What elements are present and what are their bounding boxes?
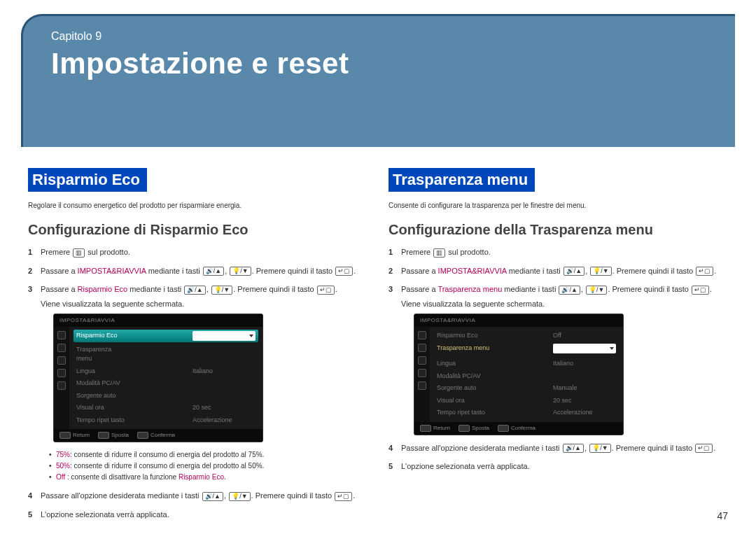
vol-down-key-icon: 💡/▼ bbox=[211, 286, 232, 295]
osd-icon-strip bbox=[414, 327, 430, 422]
osd-icon-strip bbox=[54, 327, 69, 429]
osd-screenshot-eco: IMPOSTA&RIAVVIA Rispar bbox=[53, 314, 263, 442]
content-columns: Risparmio Eco Regolare il consumo energe… bbox=[0, 147, 756, 527]
enter-key-icon: ↵▢ bbox=[692, 286, 709, 295]
page-number: 47 bbox=[717, 510, 728, 521]
osd-row-selected: Trasparenza menu bbox=[434, 342, 619, 358]
osd-row: Visual ora20 sec bbox=[434, 395, 619, 407]
chapter-header: Capitolo 9 Impostazione e reset bbox=[21, 14, 735, 147]
enter-key-icon: ↵▢ bbox=[696, 267, 713, 276]
osd-row: LinguaItaliano bbox=[434, 358, 619, 370]
vol-down-key-icon: 💡/▼ bbox=[229, 492, 250, 501]
vol-up-key-icon: 🔊/▲ bbox=[563, 444, 584, 453]
vol-down-key-icon: 💡/▼ bbox=[230, 267, 251, 276]
step-5: L'opzione selezionata verrà applicata. bbox=[388, 461, 728, 472]
osd-move-icon bbox=[98, 432, 109, 439]
option-bullets: 75%: consente di ridurre il consumo di e… bbox=[49, 449, 368, 483]
step-1: Premere ▥ sul prodotto. bbox=[388, 246, 728, 258]
link-imposta: IMPOSTA&RIAVVIA bbox=[438, 267, 507, 275]
osd-row: Modalità PC/AV bbox=[434, 370, 619, 383]
section-title-trasparenza: Trasparenza menu bbox=[388, 168, 535, 192]
bullet-off: Off : consente di disattivare la funzion… bbox=[49, 472, 368, 483]
column-left: Risparmio Eco Regolare il consumo energe… bbox=[28, 168, 368, 527]
section-title-eco: Risparmio Eco bbox=[28, 168, 147, 192]
step-5: L'opzione selezionata verrà applicata. bbox=[28, 509, 368, 521]
osd-return-icon bbox=[59, 432, 71, 439]
osd-row: Sorgente autoManuale bbox=[434, 382, 619, 395]
section-desc-eco: Regolare il consumo energetico del prodo… bbox=[28, 202, 368, 209]
vol-down-key-icon: 💡/▼ bbox=[589, 444, 610, 453]
osd-side-icon bbox=[418, 331, 426, 339]
vol-down-key-icon: 💡/▼ bbox=[586, 286, 607, 295]
osd-title: IMPOSTA&RIAVVIA bbox=[414, 314, 623, 327]
step-3: Passare a Trasparenza menu mediante i ta… bbox=[388, 283, 728, 435]
vol-up-key-icon: 🔊/▲ bbox=[184, 286, 205, 295]
osd-confirm-icon bbox=[498, 425, 509, 432]
osd-side-icon bbox=[57, 356, 66, 365]
subsection-title-trasparenza: Configurazione della Trasparenza menu bbox=[388, 222, 728, 238]
osd-row-selected: Risparmio Eco bbox=[74, 330, 258, 342]
vol-up-key-icon: 🔊/▲ bbox=[564, 267, 584, 276]
osd-side-icon bbox=[57, 344, 66, 352]
enter-key-icon: ↵▢ bbox=[335, 492, 352, 501]
osd-title: IMPOSTA&RIAVVIA bbox=[54, 314, 262, 327]
enter-key-icon: ↵▢ bbox=[317, 286, 335, 295]
osd-return-icon bbox=[420, 425, 431, 432]
osd-side-icon bbox=[57, 369, 66, 377]
bullet-50: 50%: consente di ridurre il consumo di e… bbox=[49, 461, 368, 472]
osd-row: Risparmio EcoOff bbox=[434, 330, 619, 342]
menu-key-icon: ▥ bbox=[73, 248, 85, 258]
osd-footer: Return Sposta Conferma bbox=[414, 422, 623, 435]
link-trasparenza: Trasparenza menu bbox=[438, 285, 502, 293]
osd-row: Tempo ripet tastoAccelerazione bbox=[74, 414, 258, 427]
step-3: Passare a Risparmio Eco mediante i tasti… bbox=[28, 283, 368, 483]
osd-side-icon bbox=[57, 381, 66, 390]
osd-confirm-icon bbox=[137, 432, 148, 439]
osd-screenshot-trasparenza: IMPOSTA&RIAVVIA Risparmio EcoOff bbox=[414, 314, 624, 435]
menu-key-icon: ▥ bbox=[433, 248, 445, 258]
osd-footer: Return Sposta Conferma bbox=[54, 429, 262, 442]
chapter-label: Capitolo 9 bbox=[51, 30, 714, 43]
osd-row: Modalità PC/AV bbox=[74, 377, 258, 390]
steps-eco: Premere ▥ sul prodotto. Passare a IMPOST… bbox=[28, 246, 368, 520]
osd-row: Sorgente auto bbox=[74, 390, 258, 402]
column-right: Trasparenza menu Consente di configurare… bbox=[388, 168, 728, 527]
osd-row: LinguaItaliano bbox=[74, 365, 258, 378]
vol-up-key-icon: 🔊/▲ bbox=[559, 286, 580, 295]
osd-side-icon bbox=[418, 356, 426, 365]
step-2: Passare a IMPOSTA&RIAVVIA mediante i tas… bbox=[28, 265, 368, 277]
step-4: Passare all'opzione desiderata mediante … bbox=[388, 442, 728, 454]
bullet-75: 75%: consente di ridurre il consumo di e… bbox=[49, 449, 368, 461]
vol-up-key-icon: 🔊/▲ bbox=[202, 492, 223, 501]
step-1: Premere ▥ sul prodotto. bbox=[28, 246, 368, 258]
osd-side-icon bbox=[418, 369, 426, 377]
steps-trasparenza: Premere ▥ sul prodotto. Passare a IMPOST… bbox=[388, 246, 728, 472]
osd-side-icon bbox=[418, 344, 426, 352]
osd-row: Trasparenza menu bbox=[74, 344, 192, 365]
link-imposta: IMPOSTA&RIAVVIA bbox=[78, 267, 146, 275]
enter-key-icon: ↵▢ bbox=[695, 444, 713, 453]
vol-down-key-icon: 💡/▼ bbox=[590, 267, 611, 276]
chapter-title: Impostazione e reset bbox=[51, 47, 714, 80]
enter-key-icon: ↵▢ bbox=[335, 267, 353, 276]
osd-move-icon bbox=[458, 425, 470, 432]
osd-row: Tempo ripet tastoAccelerazione bbox=[434, 407, 619, 419]
vol-up-key-icon: 🔊/▲ bbox=[203, 267, 224, 276]
subsection-title-eco: Configurazione di Risparmio Eco bbox=[28, 222, 368, 238]
section-desc-trasparenza: Consente di configurare la trasparenza p… bbox=[388, 202, 728, 209]
osd-row: Visual ora20 sec bbox=[74, 402, 258, 414]
step-4: Passare all'opzione desiderata mediante … bbox=[28, 490, 368, 502]
osd-side-icon bbox=[57, 331, 66, 339]
step-2: Passare a IMPOSTA&RIAVVIA mediante i tas… bbox=[388, 265, 728, 277]
osd-side-icon bbox=[418, 381, 426, 390]
link-eco: Risparmio Eco bbox=[78, 285, 128, 293]
